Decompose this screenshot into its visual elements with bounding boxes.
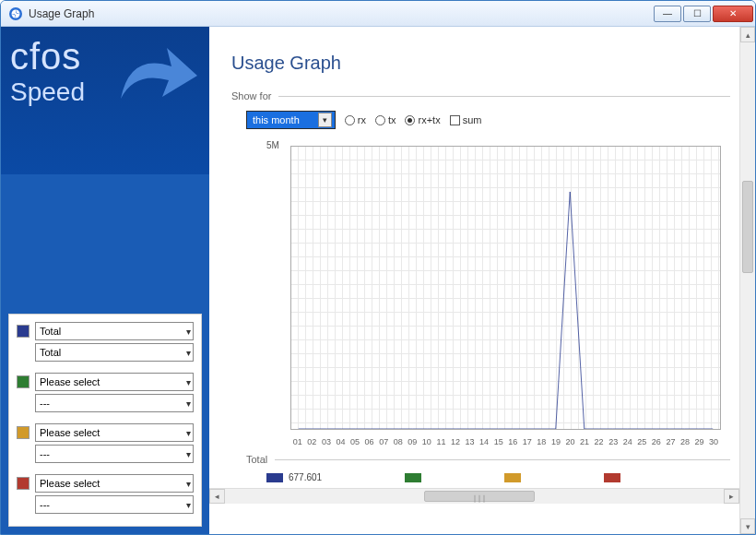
chart-xlabel: 05: [348, 437, 362, 446]
window-title: Usage Graph: [29, 7, 654, 20]
chart-xlabel: 07: [376, 437, 391, 446]
legend-item-3: [504, 473, 521, 482]
series-1-primary-select[interactable]: Total▾: [35, 322, 194, 340]
legend-item-4: [604, 473, 620, 482]
radio-rxtx[interactable]: rx+tx: [405, 114, 440, 125]
chevron-down-icon: ▾: [318, 113, 332, 127]
chart-xlabel: 26: [649, 437, 664, 446]
chart-xlabel: 13: [463, 437, 478, 446]
showfor-fieldset: Show for: [231, 90, 730, 101]
chart-xlabel: 23: [606, 437, 620, 446]
close-button[interactable]: ✕: [713, 6, 753, 22]
chart-xlabel: 28: [678, 437, 692, 446]
scroll-down-button[interactable]: ▾: [740, 518, 755, 534]
chevron-down-icon: ▾: [186, 479, 191, 489]
app-window: Usage Graph — ☐ ✕ cfos Speed Total▾: [0, 0, 756, 535]
series-swatch-2: [17, 375, 30, 388]
series-2-primary-select[interactable]: Please select▾: [35, 373, 194, 391]
chart-xlabel: 27: [664, 437, 679, 446]
scroll-right-button[interactable]: ▸: [724, 489, 739, 504]
titlebar: Usage Graph — ☐ ✕: [1, 1, 755, 27]
content-wrap: Usage Graph Show for this month ▾ rx tx …: [209, 27, 755, 534]
chart-xlabel: 10: [419, 437, 434, 446]
scroll-up-button[interactable]: ▴: [740, 27, 755, 42]
vscroll-track[interactable]: [740, 42, 755, 518]
page-title: Usage Graph: [231, 53, 730, 74]
showfor-controls: this month ▾ rx tx rx+tx sum: [246, 111, 730, 129]
chart-xlabel: 30: [706, 437, 721, 446]
minimize-button[interactable]: —: [654, 6, 681, 22]
sidebar: cfos Speed Total▾ Total▾: [1, 27, 209, 534]
series-2-secondary-select[interactable]: ---▾: [35, 394, 194, 412]
chevron-down-icon: ▾: [186, 377, 191, 387]
logo-arrow-icon: [116, 43, 199, 108]
chart-xlabel: 21: [577, 437, 592, 446]
chart-xlabel: 17: [520, 437, 535, 446]
chart-xlabel: 09: [406, 437, 420, 446]
window-controls: — ☐ ✕: [654, 6, 755, 22]
chart-xlabel: 14: [477, 437, 491, 446]
chart-xlabel: 02: [305, 437, 320, 446]
vscroll-thumb[interactable]: [742, 181, 753, 273]
series-3-secondary-select[interactable]: ---▾: [35, 445, 194, 463]
maximize-button[interactable]: ☐: [683, 6, 711, 22]
app-icon: [8, 6, 23, 21]
chart-xlabel: 12: [448, 437, 463, 446]
series-1-secondary-select[interactable]: Total▾: [35, 343, 194, 362]
total-fieldset: Total: [246, 454, 730, 465]
series-4-primary-select[interactable]: Please select▾: [35, 474, 194, 493]
chart-xlabel: 16: [505, 437, 520, 446]
chart-xlabel: 20: [563, 437, 578, 446]
chevron-down-icon: ▾: [186, 398, 191, 409]
hscroll-thumb[interactable]: ∣∣∣: [424, 491, 535, 502]
checkbox-sum[interactable]: sum: [450, 114, 482, 125]
total-legend: Total: [246, 454, 267, 465]
chevron-down-icon: ▾: [186, 327, 191, 337]
chevron-down-icon: ▾: [186, 449, 191, 459]
chart-svg: [291, 147, 720, 429]
series-4-secondary-select[interactable]: ---▾: [35, 495, 194, 514]
radio-rx[interactable]: rx: [345, 114, 366, 125]
chart-xlabel: 01: [290, 437, 305, 446]
chart-ytick: 5M: [266, 140, 279, 150]
horizontal-scrollbar[interactable]: ◂ ∣∣∣ ▸: [209, 488, 739, 504]
legend-item-2: [405, 473, 421, 482]
chart-xlabel: 29: [692, 437, 707, 446]
chart-grid: [290, 146, 721, 430]
chevron-down-icon: ▾: [186, 500, 191, 510]
chevron-down-icon: ▾: [186, 428, 191, 438]
series-3-primary-select[interactable]: Please select▾: [35, 423, 194, 442]
chart-xlabel: 19: [549, 437, 563, 446]
chart-xlabel: 22: [592, 437, 607, 446]
chart-xlabel: 11: [434, 437, 449, 446]
vertical-scrollbar[interactable]: ▴ ▾: [739, 27, 755, 534]
chart-xlabel: 04: [334, 437, 348, 446]
chart-xlabel: 25: [635, 437, 650, 446]
chart-xlabel: 24: [620, 437, 635, 446]
series-swatch-4: [17, 477, 30, 490]
hscroll-track[interactable]: ∣∣∣: [225, 489, 724, 504]
chart-xlabel: 15: [491, 437, 506, 446]
chart-xlabel: 08: [391, 437, 406, 446]
period-select[interactable]: this month ▾: [246, 111, 336, 129]
legend-item-1: 677.601: [266, 472, 322, 482]
chart: 5M 0102030405060708091011121314151617181…: [246, 142, 730, 446]
radio-tx[interactable]: tx: [375, 114, 396, 125]
chart-xlabels: 0102030405060708091011121314151617181920…: [290, 437, 721, 446]
logo: cfos Speed: [10, 36, 200, 156]
chevron-down-icon: ▾: [186, 348, 191, 358]
series-swatch-1: [17, 325, 30, 338]
content: Usage Graph Show for this month ▾ rx tx …: [209, 27, 739, 534]
chart-xlabel: 18: [535, 437, 549, 446]
series-selector-panel: Total▾ Total▾ Please select▾ ---▾: [8, 314, 202, 527]
series-swatch-3: [17, 426, 30, 439]
scroll-left-button[interactable]: ◂: [209, 489, 225, 504]
chart-xlabel: 06: [362, 437, 377, 446]
period-selected-value: this month: [253, 114, 300, 125]
chart-xlabel: 03: [319, 437, 334, 446]
legend-row: 677.601: [266, 472, 730, 482]
showfor-legend: Show for: [231, 90, 271, 101]
